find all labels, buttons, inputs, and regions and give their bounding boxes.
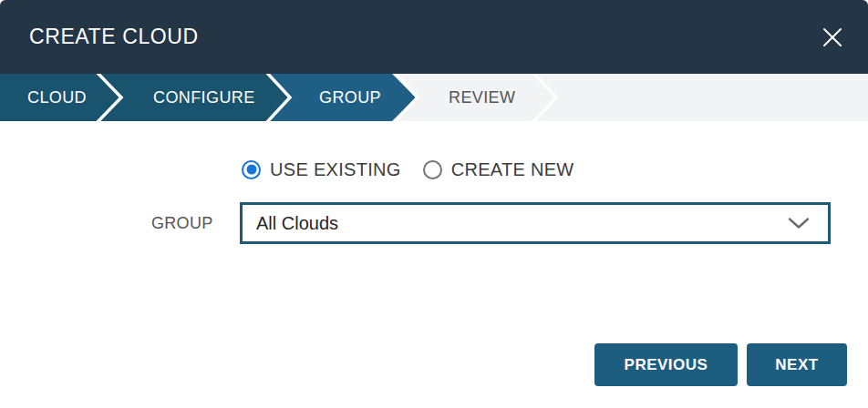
wizard-steps: CLOUD CONFIGURE GROUP REVIEW (0, 74, 868, 121)
previous-button[interactable]: PREVIOUS (594, 343, 738, 386)
next-button[interactable]: NEXT (747, 343, 847, 386)
dialog-header: CREATE CLOUD (0, 0, 868, 74)
close-icon (822, 26, 843, 48)
step-review[interactable]: REVIEW (449, 74, 515, 121)
chevron-down-icon (788, 218, 810, 230)
group-field-label: GROUP (151, 202, 213, 244)
group-select-value: All Clouds (256, 205, 338, 241)
radio-button-icon (242, 160, 261, 179)
dialog-title: CREATE CLOUD (29, 0, 199, 74)
radio-create-new[interactable]: CREATE NEW (423, 159, 574, 180)
step-group[interactable]: GROUP (319, 74, 381, 121)
radio-use-existing-label: USE EXISTING (270, 159, 401, 180)
radio-button-icon (423, 160, 442, 179)
radio-use-existing[interactable]: USE EXISTING (242, 159, 401, 180)
group-mode-radio-group: USE EXISTING CREATE NEW (242, 155, 574, 184)
step-cloud[interactable]: CLOUD (27, 74, 87, 121)
radio-create-new-label: CREATE NEW (451, 159, 574, 180)
group-select[interactable]: All Clouds (240, 202, 831, 244)
steps-arrow-band (0, 74, 868, 121)
step-configure[interactable]: CONFIGURE (153, 74, 255, 121)
create-cloud-dialog: CREATE CLOUD CLOUD CONFIGURE GROUP REVIE… (0, 0, 868, 408)
close-button[interactable] (817, 22, 848, 53)
